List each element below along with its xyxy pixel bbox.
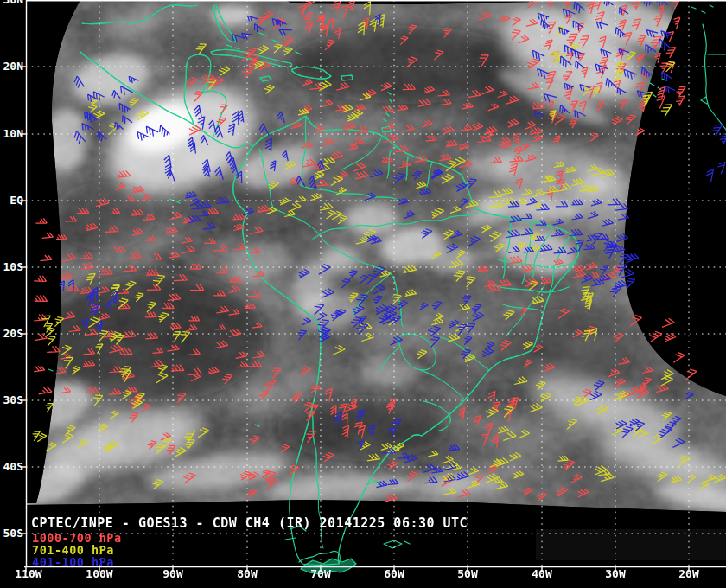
legend-item-high-level: 401-100 hPa [32,556,114,568]
legend-item-low-level: 1000-700 hPa [32,532,122,544]
lon-label-60w: 60W [384,568,404,580]
lat-label-eq: EQ [0,195,23,207]
lon-label-40w: 40W [532,568,551,580]
lat-label-20n: 20N [0,61,23,73]
lat-label-30n: 30N [0,0,23,6]
satellite-image-frame: 30N 20N 10N EQ 10S 20S 30S 40S 50S 110W … [0,0,726,588]
lon-label-90w: 90W [162,568,182,580]
lat-label-20s: 20S [0,328,23,340]
lon-label-110w: 110W [15,568,41,580]
lon-label-70w: 70W [310,568,330,580]
lon-label-30w: 30W [605,568,625,580]
lon-label-100w: 100W [86,568,112,580]
lat-label-50s: 50S [0,527,23,540]
goes13-scene [0,0,726,588]
lat-label-10s: 10S [0,261,23,273]
lat-label-10n: 10N [0,128,23,140]
lon-label-50w: 50W [457,568,477,580]
lon-label-20w: 20W [678,568,698,580]
lat-label-40s: 40S [0,461,23,473]
lat-label-30s: 30S [0,394,23,406]
legend-item-mid-level: 701-400 hPa [32,544,114,556]
lon-label-80w: 80W [237,568,257,580]
image-title: CPTEC/INPE - GOES13 - CDW CH4 (IR) 20141… [31,517,468,529]
